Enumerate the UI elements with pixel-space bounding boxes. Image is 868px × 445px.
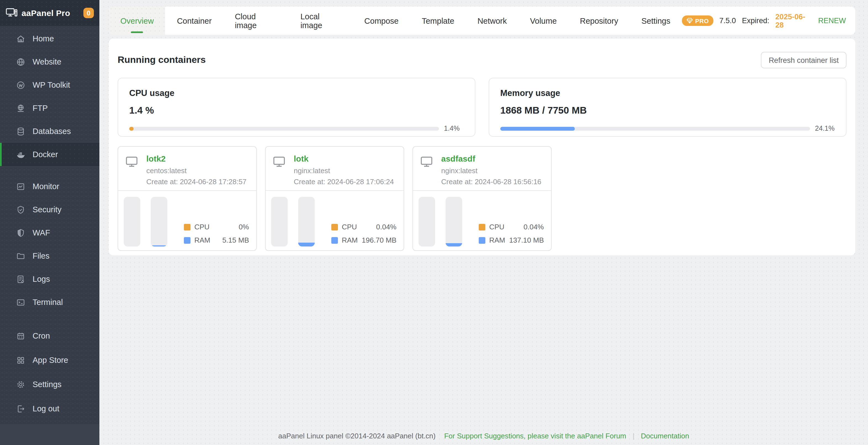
support-forum-link[interactable]: For Support Suggestions, please visit th… bbox=[444, 432, 626, 440]
cpu-legend-swatch bbox=[184, 224, 190, 230]
license-info: PRO 7.5.0 Expired: 2025-06-28 RENEW bbox=[682, 7, 855, 35]
container-monitor-icon bbox=[272, 155, 286, 190]
pro-badge[interactable]: PRO bbox=[682, 15, 713, 26]
tab-container[interactable]: Container bbox=[165, 7, 223, 35]
sidebar-item-logs[interactable]: Logs bbox=[0, 268, 99, 290]
sidebar-item-docker[interactable]: Docker bbox=[0, 143, 99, 166]
globe-icon bbox=[16, 57, 25, 66]
container-image: nginx:latest bbox=[294, 167, 394, 175]
sidebar: aaPanel Pro 0 Home Website WP Toolkit bbox=[0, 0, 99, 445]
panel-version: 7.5.0 bbox=[719, 16, 736, 25]
monitor-chart-icon bbox=[16, 182, 25, 191]
cpu-legend-swatch bbox=[331, 224, 338, 230]
documentation-link[interactable]: Documentation bbox=[641, 432, 689, 440]
cpu-legend-swatch bbox=[479, 224, 485, 230]
container-meta: lotk2 centos:latest Create at: 2024-06-2… bbox=[146, 154, 247, 190]
home-icon bbox=[16, 34, 25, 43]
sidebar-item-home[interactable]: Home bbox=[0, 27, 99, 50]
container-name[interactable]: lotk2 bbox=[146, 154, 247, 163]
sidebar-item-label: WP Toolkit bbox=[33, 80, 70, 89]
memory-usage-bar: 24.1% bbox=[500, 125, 835, 132]
tab-compose[interactable]: Compose bbox=[353, 7, 410, 35]
cpu-mini-bar bbox=[124, 197, 140, 246]
ram-legend-swatch bbox=[184, 237, 190, 243]
cpu-bar-track bbox=[129, 127, 439, 130]
calendar-icon bbox=[16, 331, 25, 341]
ram-stat-value: 5.15 MB bbox=[222, 236, 249, 244]
sidebar-item-app-store[interactable]: App Store bbox=[0, 348, 99, 372]
sidebar-item-label: Cron bbox=[33, 332, 50, 340]
container-stats-legend: CPU 0.04% RAM 196.70 MB bbox=[331, 218, 397, 244]
sidebar-item-wp-toolkit[interactable]: WP Toolkit bbox=[0, 73, 99, 97]
refresh-container-list-button[interactable]: Refresh container list bbox=[761, 52, 846, 68]
sidebar-item-label: Logs bbox=[33, 275, 50, 283]
container-created-at: Create at: 2024-06-28 17:06:24 bbox=[294, 177, 394, 186]
sidebar-item-terminal[interactable]: Terminal bbox=[0, 290, 99, 314]
sidebar-item-security[interactable]: Security bbox=[0, 198, 99, 221]
sidebar-item-settings[interactable]: Settings bbox=[0, 372, 99, 397]
container-card: lotk2 centos:latest Create at: 2024-06-2… bbox=[118, 146, 257, 251]
container-stats-legend: CPU 0% RAM 5.15 MB bbox=[184, 218, 249, 244]
ram-mini-bar-fill bbox=[445, 243, 462, 246]
sidebar-item-cron[interactable]: Cron bbox=[0, 324, 99, 348]
docker-icon bbox=[16, 150, 25, 159]
container-stats-legend: CPU 0.04% RAM 137.10 MB bbox=[479, 218, 544, 244]
sidebar-item-label: WAF bbox=[33, 228, 50, 237]
sidebar-item-label: Security bbox=[33, 205, 62, 214]
sidebar-item-label: Files bbox=[33, 251, 50, 260]
app-logo[interactable]: aaPanel Pro 0 bbox=[0, 0, 99, 26]
ram-mini-bar bbox=[298, 197, 315, 246]
container-card-header: lotk nginx:latest Create at: 2024-06-28 … bbox=[266, 147, 404, 191]
renew-link[interactable]: RENEW bbox=[818, 16, 846, 25]
container-name[interactable]: lotk bbox=[294, 154, 394, 163]
tab-settings[interactable]: Settings bbox=[630, 7, 682, 35]
grid-icon bbox=[16, 355, 25, 365]
ram-mini-bar bbox=[151, 197, 167, 246]
container-card: asdfasdf nginx:latest Create at: 2024-06… bbox=[412, 146, 552, 251]
sidebar-item-label: App Store bbox=[33, 356, 68, 365]
container-monitor-icon bbox=[125, 155, 138, 190]
tab-overview[interactable]: Overview bbox=[109, 7, 165, 35]
container-image: nginx:latest bbox=[441, 167, 541, 175]
cpu-mini-bar bbox=[418, 197, 435, 246]
sidebar-item-waf[interactable]: WAF bbox=[0, 221, 99, 244]
tab-local-image[interactable]: Local image bbox=[289, 7, 352, 35]
app-root: aaPanel Pro 0 Home Website WP Toolkit bbox=[0, 0, 868, 445]
usage-row: CPU usage 1.4 % 1.4% Memory usage 1868 M… bbox=[118, 78, 846, 137]
sidebar-item-website[interactable]: Website bbox=[0, 50, 99, 73]
ram-legend-swatch bbox=[479, 237, 485, 243]
expired-label: Expired: bbox=[742, 16, 769, 25]
shield-check-icon bbox=[16, 205, 25, 214]
sidebar-item-label: Website bbox=[33, 57, 61, 66]
cpu-percent-label: 1.4% bbox=[444, 125, 464, 132]
ftp-globe-icon bbox=[16, 103, 25, 113]
ram-mini-bar-fill bbox=[151, 245, 167, 247]
sidebar-item-label: Monitor bbox=[33, 182, 59, 191]
tab-network[interactable]: Network bbox=[466, 7, 518, 35]
memory-usage-title: Memory usage bbox=[500, 88, 835, 98]
database-icon bbox=[16, 127, 25, 136]
memory-usage-value: 1868 MB / 7750 MB bbox=[500, 105, 835, 116]
container-name[interactable]: asdfasdf bbox=[441, 154, 541, 163]
sidebar-item-files[interactable]: Files bbox=[0, 244, 99, 268]
message-count-badge[interactable]: 0 bbox=[83, 8, 94, 18]
sidebar-item-ftp[interactable]: FTP bbox=[0, 97, 99, 119]
sidebar-item-log-out[interactable]: Log out bbox=[0, 397, 99, 421]
cpu-stat-value: 0.04% bbox=[376, 223, 397, 231]
sidebar-item-monitor[interactable]: Monitor bbox=[0, 175, 99, 198]
ram-stat-row: RAM 5.15 MB bbox=[184, 236, 249, 244]
tab-cloud-image[interactable]: Cloud image bbox=[223, 7, 289, 35]
tab-repository[interactable]: Repository bbox=[568, 7, 630, 35]
tab-volume[interactable]: Volume bbox=[519, 7, 568, 35]
tab-template[interactable]: Template bbox=[410, 7, 466, 35]
sidebar-item-label: Settings bbox=[33, 380, 62, 389]
sidebar-footer-strip bbox=[0, 424, 99, 445]
sidebar-item-label: FTP bbox=[33, 104, 48, 112]
sidebar-item-databases[interactable]: Databases bbox=[0, 119, 99, 143]
page-title: Running containers bbox=[118, 55, 206, 66]
logout-icon bbox=[16, 404, 25, 413]
containers-row: lotk2 centos:latest Create at: 2024-06-2… bbox=[118, 146, 846, 251]
nav-group-divider bbox=[0, 314, 99, 324]
ram-stat-row: RAM 196.70 MB bbox=[331, 236, 397, 244]
container-card-header: asdfasdf nginx:latest Create at: 2024-06… bbox=[413, 147, 551, 191]
